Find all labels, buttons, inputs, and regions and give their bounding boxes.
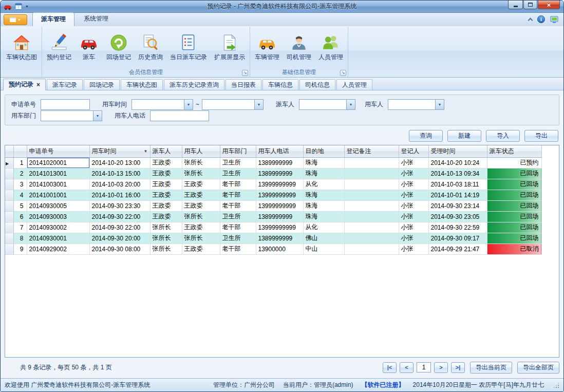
cell-note[interactable] — [344, 211, 399, 222]
cell-user[interactable]: 王政委 — [182, 179, 220, 190]
table-row[interactable]: 5201409300052014-09-30 23:30王政委王政委老干部139… — [5, 200, 541, 211]
today-dispatch-records-button[interactable]: 当日派车记录 — [166, 32, 211, 63]
prev-page-button[interactable]: < — [400, 362, 413, 373]
cell-accept-time[interactable]: 2014-10-01 14:19 — [428, 190, 487, 200]
cell-dispatcher[interactable]: 王政委 — [150, 179, 182, 190]
export-all-pages-button[interactable]: 导出全部页 — [517, 362, 559, 374]
registered-link[interactable]: 【软件已注册】 — [362, 381, 405, 389]
cell-registrar[interactable]: 小张 — [399, 200, 428, 211]
ribbon-tab-system-management[interactable]: 系统管理 — [76, 12, 117, 26]
user-combo[interactable]: ▼ — [388, 99, 444, 110]
row-indicator-cell[interactable] — [5, 168, 13, 179]
row-indicator-cell[interactable] — [5, 190, 13, 200]
cell-apply-no[interactable]: 20141003001 — [27, 179, 89, 190]
quick-access-dropdown-icon[interactable]: ▼ — [25, 5, 29, 8]
cell-destination[interactable]: 珠海 — [303, 211, 344, 222]
cell-phone[interactable]: 13900000 — [256, 244, 303, 254]
cell-destination[interactable]: 珠海 — [303, 200, 344, 211]
document-tab-vehicle-status-chart[interactable]: 车辆状态图 — [121, 79, 163, 90]
cell-registrar[interactable]: 小张 — [399, 157, 428, 168]
cell-dispatcher[interactable]: 王政委 — [150, 168, 182, 179]
cell-department[interactable]: 卫生所 — [220, 211, 256, 222]
chevron-down-icon[interactable]: ▼ — [435, 100, 444, 109]
cell-user[interactable]: 王政委 — [182, 222, 220, 233]
cell-user[interactable]: 王政委 — [182, 244, 220, 254]
row-indicator-cell[interactable] — [5, 222, 13, 233]
use-time-to-combo[interactable]: ▼ — [202, 99, 264, 110]
cell-dispatcher[interactable]: 王政委 — [150, 200, 182, 211]
last-page-button[interactable]: >| — [451, 362, 465, 373]
reservation-register-button[interactable]: 预约登记 — [43, 32, 75, 63]
document-tab-dispatch-records[interactable]: 派车记录 — [47, 79, 83, 90]
resize-grip[interactable] — [553, 382, 559, 388]
cell-phone[interactable]: 13999999999 — [256, 179, 303, 190]
cell-destination[interactable]: 珠海 — [303, 190, 344, 200]
column-header-department[interactable]: 用车部门 — [220, 145, 256, 157]
row-indicator-cell[interactable] — [5, 200, 13, 211]
use-time-from-combo[interactable]: ▼ — [131, 99, 193, 110]
cell-note[interactable] — [344, 190, 399, 200]
table-row[interactable]: 8201409300012014-09-30 20:00张所长张所长卫生所138… — [5, 233, 541, 244]
dispatcher-combo[interactable]: ▼ — [299, 99, 355, 110]
cell-phone[interactable]: 1389999999 — [256, 168, 303, 179]
maximize-button[interactable] — [523, 1, 537, 9]
column-header-note[interactable]: 登记备注 — [344, 145, 399, 157]
document-tab-today-report[interactable]: 当日报表 — [225, 79, 261, 90]
cell-registrar[interactable]: 小张 — [399, 211, 428, 222]
dialog-launcher-icon[interactable]: ↘ — [340, 70, 346, 76]
row-indicator-cell[interactable] — [5, 179, 13, 190]
cell-use-time[interactable]: 2014-10-03 20:00 — [89, 179, 150, 190]
cell-registrar[interactable]: 小张 — [399, 168, 428, 179]
cell-phone[interactable]: 13999999999 — [256, 222, 303, 233]
personnel-management-button[interactable]: 人员管理 — [315, 32, 347, 63]
chevron-down-icon[interactable]: ▼ — [93, 111, 102, 121]
dispatch-button[interactable]: 派车 — [75, 32, 103, 63]
cell-use-time[interactable]: 2014-09-30 22:00 — [89, 222, 150, 233]
table-row[interactable]: 7201409300022014-09-30 22:00张所长王政委老干部139… — [5, 222, 541, 233]
cell-apply-no[interactable]: 20141001001 — [27, 190, 89, 200]
chevron-down-icon[interactable]: ▼ — [184, 100, 193, 109]
document-tab-dispatch-history-query[interactable]: 派车历史记录查询 — [164, 79, 224, 90]
help-icon[interactable]: i — [537, 15, 545, 23]
row-indicator-cell[interactable]: ▶ — [5, 157, 13, 168]
import-button[interactable]: 导入 — [486, 130, 520, 142]
return-register-button[interactable]: 回场登记 — [103, 32, 135, 63]
vehicle-status-chart-button[interactable]: 车辆状态图 — [3, 32, 41, 63]
cell-apply-no[interactable]: 20140930001 — [27, 233, 89, 244]
next-page-button[interactable]: > — [434, 362, 448, 373]
phone-input[interactable] — [150, 110, 209, 121]
export-button[interactable]: 导出 — [524, 130, 558, 142]
column-header-dispatcher[interactable]: 派车人 — [150, 145, 182, 157]
column-header-use-time[interactable]: ▼用车时间 — [89, 145, 150, 157]
query-button[interactable]: 查询 — [409, 130, 443, 142]
cell-phone[interactable]: 1389999999 — [256, 211, 303, 222]
cell-phone[interactable]: 1389999999 — [256, 233, 303, 244]
application-menu-button[interactable]: ▼ — [4, 14, 27, 25]
history-query-button[interactable]: 历史查询 — [135, 32, 166, 63]
driver-management-button[interactable]: 司机管理 — [283, 32, 315, 63]
cell-registrar[interactable]: 小张 — [399, 179, 428, 190]
data-grid[interactable]: 申请单号▼用车时间派车人用车人用车部门用车人电话目的地登记备注登记人受理时间派车… — [5, 145, 559, 358]
cell-accept-time[interactable]: 2014-10-20 10:24 — [428, 157, 487, 168]
cell-user[interactable]: 王政委 — [182, 190, 220, 200]
cell-note[interactable] — [344, 157, 399, 168]
row-indicator-cell[interactable] — [5, 211, 13, 222]
ribbon-collapse-icon[interactable] — [528, 17, 533, 23]
dialog-launcher-icon[interactable]: ↘ — [242, 70, 248, 76]
extend-screen-display-button[interactable]: 扩展屏显示 — [211, 32, 249, 63]
cell-use-time[interactable]: 2014-10-13 15:00 — [89, 168, 150, 179]
cell-apply-no[interactable]: 20140930003 — [27, 211, 89, 222]
table-row[interactable]: 6201409300032014-09-30 22:00王政委张所长卫生所138… — [5, 211, 541, 222]
cell-user[interactable]: 张所长 — [182, 168, 220, 179]
cell-use-time[interactable]: 2014-09-30 08:00 — [89, 244, 150, 254]
appearance-icon[interactable] — [550, 16, 558, 23]
cell-department[interactable]: 卫生所 — [220, 168, 256, 179]
title-bar[interactable]: ▼ 预约记录 - 广州爱奇迪软件科技有限公司-派车管理系统 × — [1, 1, 563, 13]
cell-dispatcher[interactable]: 张所长 — [150, 244, 182, 254]
cell-use-time[interactable]: 2014-09-30 23:30 — [89, 200, 150, 211]
cell-apply-no[interactable]: 20140930002 — [27, 222, 89, 233]
cell-accept-time[interactable]: 2014-09-30 22:59 — [428, 222, 487, 233]
export-current-page-button[interactable]: 导出当前页 — [470, 362, 512, 374]
cell-destination[interactable]: 珠海 — [303, 168, 344, 179]
cell-use-time[interactable]: 2014-09-30 22:00 — [89, 211, 150, 222]
